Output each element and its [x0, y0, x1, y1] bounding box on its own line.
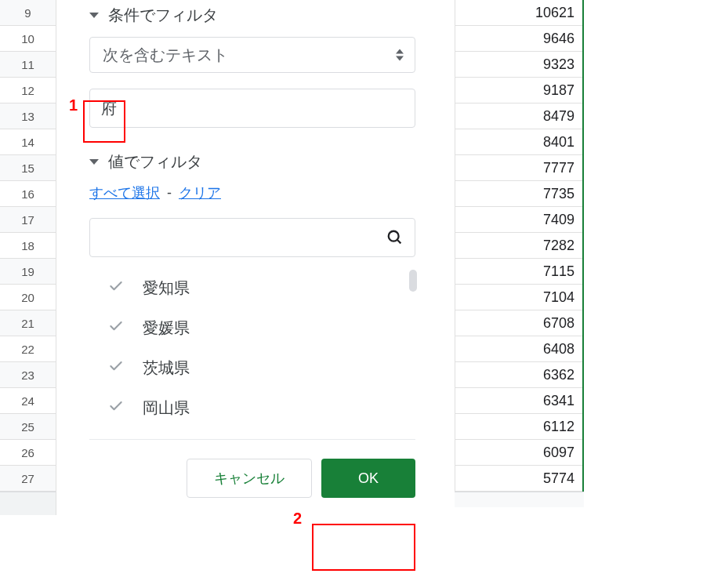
data-cell[interactable]: 8479 — [455, 103, 582, 129]
updown-icon — [396, 49, 404, 61]
row-header[interactable]: 18 — [0, 233, 56, 259]
filter-by-value-header[interactable]: 値でフィルタ — [89, 151, 415, 172]
data-cell[interactable]: 10621 — [455, 0, 582, 26]
row-header[interactable]: 13 — [0, 103, 56, 129]
data-cell[interactable]: 7735 — [455, 181, 582, 207]
row-headers-footer — [0, 492, 56, 515]
data-cell[interactable]: 7777 — [455, 155, 582, 181]
search-icon — [386, 229, 404, 246]
check-icon — [108, 278, 124, 298]
data-cell[interactable]: 9323 — [455, 52, 582, 78]
row-header[interactable]: 15 — [0, 155, 56, 181]
svg-line-1 — [397, 240, 401, 244]
data-cell[interactable]: 6708 — [455, 310, 582, 336]
row-header[interactable]: 17 — [0, 207, 56, 233]
value-list-item[interactable]: 岡山県 — [89, 388, 415, 428]
row-header[interactable]: 19 — [0, 259, 56, 285]
chevron-down-icon — [89, 13, 99, 18]
chevron-down-icon — [89, 159, 99, 165]
svg-point-0 — [389, 231, 399, 241]
row-headers: 9101112131415161718192021222324252627 — [0, 0, 56, 515]
main-container: 9101112131415161718192021222324252627 条件… — [0, 0, 714, 588]
data-cell[interactable]: 9187 — [455, 78, 582, 103]
link-separator: - — [163, 185, 176, 201]
ok-button[interactable]: OK — [321, 459, 415, 498]
data-cell[interactable]: 7115 — [455, 259, 582, 285]
row-header[interactable]: 22 — [0, 336, 56, 362]
data-column-footer — [455, 492, 584, 507]
data-cell[interactable]: 9646 — [455, 26, 582, 52]
row-header[interactable]: 24 — [0, 388, 56, 414]
row-header[interactable]: 25 — [0, 414, 56, 440]
value-search-box[interactable] — [89, 218, 415, 257]
row-header[interactable]: 23 — [0, 362, 56, 388]
row-header[interactable]: 9 — [0, 0, 56, 26]
data-cell[interactable]: 6112 — [455, 414, 582, 440]
condition-type-dropdown[interactable]: 次を含むテキスト — [89, 37, 415, 73]
condition-value-input[interactable] — [89, 89, 415, 128]
row-header[interactable]: 10 — [0, 26, 56, 52]
row-header[interactable]: 27 — [0, 466, 56, 492]
check-icon — [108, 318, 124, 338]
filter-by-value-label: 値でフィルタ — [108, 151, 202, 172]
data-cell[interactable]: 6341 — [455, 388, 582, 414]
row-header[interactable]: 16 — [0, 181, 56, 207]
data-cell[interactable]: 6408 — [455, 336, 582, 362]
value-list-item-label: 岡山県 — [143, 397, 190, 419]
row-header[interactable]: 11 — [0, 52, 56, 78]
value-list: 愛知県愛媛県茨城県岡山県 — [89, 265, 415, 431]
value-list-item[interactable]: 茨城県 — [89, 348, 415, 388]
row-header[interactable]: 21 — [0, 310, 56, 336]
data-cell[interactable]: 6362 — [455, 362, 582, 388]
data-cell[interactable]: 5774 — [455, 466, 582, 492]
row-header[interactable]: 26 — [0, 440, 56, 466]
condition-type-value: 次を含むテキスト — [103, 45, 228, 66]
check-icon — [108, 358, 124, 378]
filter-by-condition-header[interactable]: 条件でフィルタ — [89, 5, 415, 26]
row-header[interactable]: 20 — [0, 285, 56, 310]
cancel-button[interactable]: キャンセル — [187, 459, 312, 498]
data-column: 1062196469323918784798401777777357409728… — [455, 0, 584, 492]
data-cell[interactable]: 7104 — [455, 285, 582, 310]
button-row: キャンセル OK — [89, 459, 415, 506]
value-list-item[interactable]: 愛知県 — [89, 268, 415, 308]
data-cell[interactable]: 8401 — [455, 129, 582, 155]
data-cell[interactable]: 7282 — [455, 233, 582, 259]
clear-link[interactable]: クリア — [179, 185, 221, 201]
value-list-item[interactable]: 愛媛県 — [89, 308, 415, 348]
value-list-item-label: 愛知県 — [143, 278, 190, 299]
select-all-link[interactable]: すべて選択 — [89, 185, 160, 201]
divider — [89, 439, 415, 440]
row-header[interactable]: 12 — [0, 78, 56, 103]
scrollbar-thumb[interactable] — [409, 270, 417, 292]
filter-panel: 条件でフィルタ 次を含むテキスト 値でフィルタ すべて選択 - クリア — [56, 0, 431, 506]
value-list-item-label: 茨城県 — [143, 358, 190, 379]
check-icon — [108, 398, 124, 418]
data-cell[interactable]: 7409 — [455, 207, 582, 233]
value-search-input[interactable] — [101, 230, 386, 246]
filter-by-condition-label: 条件でフィルタ — [108, 5, 218, 26]
data-column-wrap: 1062196469323918784798401777777357409728… — [455, 0, 584, 507]
value-filter-links: すべて選択 - クリア — [89, 183, 415, 202]
value-list-item-label: 愛媛県 — [143, 318, 190, 339]
data-cell[interactable]: 6097 — [455, 440, 582, 466]
row-header[interactable]: 14 — [0, 129, 56, 155]
